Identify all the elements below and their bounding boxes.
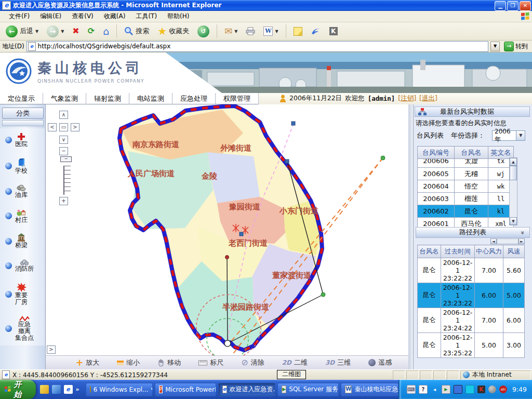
typhoon-row[interactable]: 200605 无稽 wj (418, 168, 514, 180)
scroll-thumb[interactable] (510, 166, 517, 180)
go-button[interactable]: → 转到 (502, 41, 530, 52)
zoom-slider-handle[interactable]: − (60, 156, 72, 162)
typhoon-table-scrollbar[interactable]: ▲ ▼ (509, 157, 517, 225)
sidebar-item-village[interactable]: 村庄 (0, 209, 45, 223)
typhoon-row-selected[interactable]: 200602 昆仑 kl (418, 205, 514, 218)
sidebar-item-assembly-point[interactable]: 应急 撤离 集合点 (0, 316, 45, 341)
zoom-slider-track[interactable] (63, 166, 71, 195)
menu-help[interactable]: 帮助(H) (163, 11, 194, 22)
col-header-typhoon-name[interactable]: 台风名 (455, 147, 488, 159)
scroll-up-icon[interactable]: ▲ (510, 158, 517, 166)
mode-2d-tool[interactable]: 2D 二维 (282, 358, 308, 367)
scroll-right-icon[interactable]: ► (518, 238, 525, 244)
mini-horizontal-scrollbar[interactable]: ◄ ► (490, 238, 525, 244)
minimize-button[interactable]: ▁ (495, 1, 506, 11)
sql-tray-icon[interactable]: ▶ (442, 385, 450, 394)
task-word-doc[interactable]: W 秦山核电站应急... (341, 383, 398, 396)
ati-tray-icon[interactable]: ATI (499, 385, 507, 393)
col-header-name[interactable]: 台风名 (418, 245, 441, 258)
detail-row-selected[interactable]: 昆仑 2006-12-1 23:23:22 6.00 5.00 (418, 283, 525, 308)
notes-button[interactable] (291, 26, 305, 37)
taskbar-clock[interactable]: 9:49 (512, 385, 527, 393)
mail-button[interactable]: ✉▼ (222, 25, 240, 37)
logout-link[interactable]: [注销] (398, 94, 416, 103)
hide-icons-chevron[interactable]: ◂ (431, 385, 438, 393)
typhoon-row[interactable]: 200604 悟空 wk (418, 180, 514, 193)
sidebar-item-hospital[interactable]: 医院 (0, 132, 45, 148)
grid-tray-icon[interactable] (466, 385, 474, 394)
category-header[interactable]: 分类 (2, 108, 44, 119)
menu-favorites[interactable]: 收藏(A) (99, 11, 130, 22)
clear-tool[interactable]: ⊘ 清除 (241, 358, 264, 367)
sidebar-item-fire-station[interactable]: 消防所 (0, 259, 45, 272)
task-sql-server[interactable]: ▶ SQL Server 服务... (277, 383, 339, 396)
tab-station-monitor[interactable]: 电站监测 (129, 93, 172, 104)
sidebar-item-key-plant[interactable]: 重要 厂房 (0, 283, 45, 305)
maximize-button[interactable]: ❐ (507, 1, 518, 11)
quick-launch-overflow-icon[interactable]: » (76, 386, 79, 393)
favorites-button[interactable]: ★ 收藏夹 (155, 25, 192, 37)
tab-location-display[interactable]: 定位显示 (0, 93, 43, 104)
tab-permission-manage[interactable]: 权限管理 (216, 93, 259, 104)
map-canvas[interactable]: 南京东路街道 外滩街道 人民广场街道 金陵 豫园街道 小东门街道 老西门街道 董… (46, 104, 413, 355)
menu-edit[interactable]: 编辑(E) (35, 11, 66, 22)
task-powerpoint[interactable]: P Microsoft PowerP... (155, 383, 216, 396)
scroll-down-icon[interactable]: ▼ (510, 217, 517, 225)
keyboard-tray-icon[interactable]: ⌨ (407, 385, 416, 394)
tab-emergency-handling[interactable]: 应急处理 (172, 93, 216, 104)
zoom-minus-button[interactable]: − (59, 147, 68, 155)
history-button[interactable]: ↺ (195, 24, 212, 38)
quick-launch-icon[interactable] (52, 385, 61, 394)
remote-sensing-tool[interactable]: 遥感 (368, 358, 392, 367)
tab-radiation-monitor[interactable]: 辐射监测 (86, 93, 129, 104)
task-ie-current[interactable]: e 欢迎进入应急资... (218, 383, 276, 396)
pan-tool[interactable]: 移动 (157, 358, 181, 367)
pan-left-button[interactable]: < (48, 123, 57, 131)
address-input[interactable]: e http://localhost/QSgridwebgis/default.… (26, 41, 488, 52)
col-header-typhoon-id[interactable]: 台风编号 (418, 147, 455, 159)
zoom-out-tool[interactable]: 缩小 (117, 358, 140, 367)
path-list-bar[interactable]: 路径列表 » (416, 227, 530, 238)
detail-row[interactable]: 昆仑 2006-12-1 23:24:22 7.00 6.00 (418, 308, 525, 333)
quick-launch-ie-icon[interactable]: e (64, 385, 73, 394)
tab-weather-monitor[interactable]: 气象监测 (43, 93, 86, 104)
edit-word-button[interactable]: W▼ (261, 25, 281, 37)
sidebar-item-oil-depot[interactable]: 油库 (0, 184, 45, 198)
print-button[interactable] (243, 26, 258, 36)
address-dropdown-button[interactable]: ▼ (490, 42, 500, 51)
search-button[interactable]: 搜索 (122, 25, 152, 37)
typhoon-row[interactable]: 200606 太虚 tx (418, 159, 514, 168)
quick-launch-icon[interactable] (40, 385, 49, 394)
refresh-button[interactable]: ⟳ (85, 26, 97, 36)
pan-up-button[interactable]: ∧ (59, 111, 68, 119)
zoom-in-tool[interactable]: + 放大 (76, 358, 99, 367)
pan-right-button[interactable]: > (71, 123, 79, 131)
help-tray-icon[interactable]: ? (419, 385, 428, 394)
menu-tools[interactable]: 工具(T) (131, 11, 162, 22)
task-windows-explorer-group[interactable]: 6 Windows Expl... ▼ (86, 383, 153, 396)
col-header-center-wind[interactable]: 中心风力 (475, 245, 503, 258)
detail-row[interactable]: 昆仑 2006-12-1 23:22:22 7.00 5.60 (418, 258, 525, 283)
zoom-plus-button[interactable]: + (59, 197, 68, 205)
scroll-left-icon[interactable]: ◄ (490, 238, 497, 244)
menu-file[interactable]: 文件(F) (4, 11, 34, 22)
detail-row[interactable]: 昆仑 2006-12-1 23:25:22 5.00 3.00 (418, 333, 525, 358)
sidebar-item-school[interactable]: 学校 (0, 158, 45, 174)
stop-button[interactable]: ✖ (70, 26, 82, 36)
sidebar-expand-button[interactable]: > (47, 345, 56, 354)
typhoon-row[interactable]: 200603 榴莲 ll (418, 193, 514, 205)
col-header-typhoon-en[interactable]: 英文名 (488, 147, 514, 159)
col-header-past-time[interactable]: 过去时间 (441, 245, 475, 258)
full-extent-button[interactable]: ▭ (59, 123, 68, 131)
messenger-button[interactable] (308, 26, 324, 36)
mode-3d-tool[interactable]: 3D 三维 (325, 358, 351, 367)
volume-tray-icon[interactable] (488, 385, 496, 393)
pan-down-button[interactable]: ∨ (59, 136, 68, 144)
start-button[interactable]: 开始 (0, 380, 36, 399)
close-button[interactable]: ✕ (520, 1, 531, 11)
back-button[interactable]: ← 后退▼ (3, 24, 41, 38)
forward-button[interactable]: →▼ (44, 24, 66, 38)
col-header-wind-speed[interactable]: 风速 (503, 245, 525, 258)
year-select[interactable]: 2006年 ▼ (492, 130, 525, 141)
sidebar-item-bridge[interactable]: 桥梁 (0, 233, 45, 249)
